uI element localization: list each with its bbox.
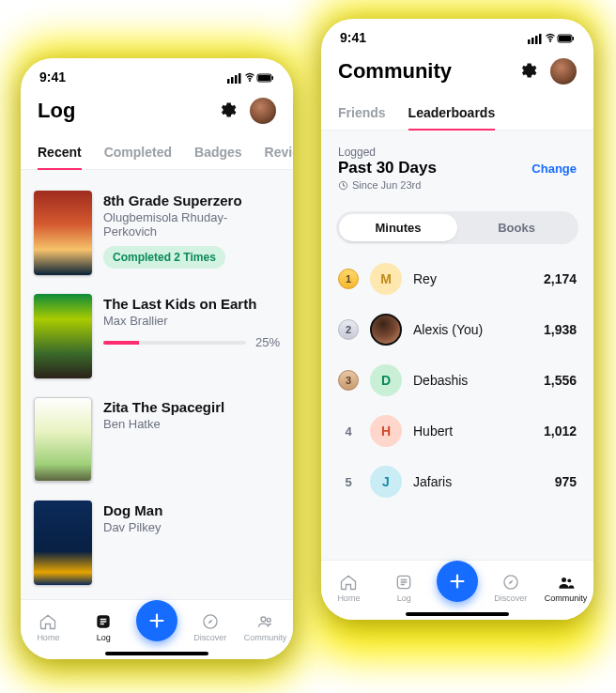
- leaderboard-section[interactable]: Logged Past 30 Days Change Since Jun 23r…: [321, 131, 593, 586]
- home-indicator: [406, 612, 509, 616]
- status-time: 9:41: [340, 30, 366, 45]
- book-cover: [34, 294, 92, 378]
- clock-icon: [338, 180, 348, 191]
- user-name: Alexis (You): [413, 322, 532, 337]
- log-icon: [394, 573, 413, 592]
- user-avatar: [370, 314, 402, 346]
- tab-recent[interactable]: Recent: [26, 137, 93, 169]
- nav-community[interactable]: Community: [243, 612, 288, 642]
- leaderboard-row[interactable]: 4 H Hubert 1,012: [334, 406, 580, 456]
- user-avatar: M: [370, 263, 402, 295]
- period-title: Past 30 Days: [338, 159, 437, 177]
- since-label: Since Jun 23rd: [352, 179, 421, 191]
- tab-friends[interactable]: Friends: [327, 98, 397, 130]
- user-name: Jafaris: [413, 474, 544, 489]
- segment-control: Minutes Books: [336, 211, 578, 244]
- nav-log[interactable]: Log: [81, 612, 126, 642]
- plus-icon: [146, 610, 167, 631]
- rank-badge: 2: [338, 319, 359, 340]
- minutes-value: 1,938: [544, 322, 577, 337]
- svg-rect-2: [235, 75, 238, 84]
- tab-completed[interactable]: Completed: [93, 137, 183, 169]
- book-cover: [34, 397, 92, 482]
- add-button[interactable]: [437, 561, 478, 602]
- settings-button[interactable]: [516, 59, 539, 85]
- leaderboard-row[interactable]: 5 J Jafaris 975: [334, 456, 580, 507]
- book-cover: [34, 500, 92, 585]
- svg-rect-15: [539, 34, 542, 44]
- logged-label: Logged: [338, 146, 577, 159]
- svg-point-10: [261, 617, 266, 622]
- add-button[interactable]: [136, 600, 177, 641]
- minutes-value: 2,174: [544, 271, 577, 286]
- leaderboard-row[interactable]: 1 M Rey 2,174: [334, 254, 580, 304]
- nav-community[interactable]: Community: [544, 573, 589, 603]
- profile-avatar[interactable]: [250, 98, 276, 124]
- bottom-nav: Home Log Discover Community: [321, 560, 593, 620]
- home-icon: [339, 573, 358, 592]
- profile-avatar[interactable]: [550, 58, 577, 85]
- log-list[interactable]: 8th Grade Superzero Olugbemisola Rhuday-…: [21, 170, 293, 625]
- people-icon: [557, 573, 576, 592]
- nav-discover[interactable]: Discover: [488, 573, 533, 603]
- list-item[interactable]: Zita The Spacegirl Ben Hatke: [34, 388, 280, 491]
- leaderboard-row[interactable]: 2 Alexis (You) 1,938: [334, 304, 580, 355]
- nav-log[interactable]: Log: [381, 573, 426, 603]
- book-title: 8th Grade Superzero: [103, 192, 280, 208]
- user-avatar: J: [370, 466, 402, 498]
- gear-icon: [218, 100, 237, 119]
- page-title: Log: [38, 99, 75, 123]
- svg-rect-13: [531, 38, 534, 44]
- home-indicator: [105, 652, 208, 655]
- nav-home[interactable]: Home: [25, 612, 70, 642]
- svg-point-11: [267, 618, 270, 622]
- svg-point-16: [549, 40, 551, 42]
- user-avatar: D: [370, 364, 402, 396]
- segment-minutes[interactable]: Minutes: [339, 214, 457, 241]
- list-item[interactable]: Dog Man Dav Pilkey: [34, 491, 280, 594]
- minutes-value: 1,012: [544, 424, 577, 439]
- user-avatar: H: [370, 415, 402, 447]
- bottom-nav: Home Log Discover Community: [21, 599, 293, 659]
- settings-button[interactable]: [216, 99, 239, 124]
- change-period-button[interactable]: Change: [531, 162, 577, 176]
- minutes-value: 1,556: [544, 373, 577, 388]
- status-bar: 9:41: [21, 58, 293, 88]
- list-item[interactable]: The Last Kids on Earth Max Brallier 25%: [34, 285, 280, 388]
- svg-rect-18: [559, 36, 571, 41]
- phone-log: 9:41 Log Recent Completed: [21, 58, 293, 659]
- tab-badges[interactable]: Badges: [183, 137, 254, 169]
- user-name: Rey: [413, 271, 532, 286]
- book-title: Dog Man: [103, 502, 280, 518]
- status-bar: 9:41: [321, 19, 593, 49]
- minutes-value: 975: [555, 474, 577, 489]
- book-title: The Last Kids on Earth: [103, 296, 280, 312]
- svg-point-24: [567, 578, 571, 582]
- svg-rect-6: [258, 75, 270, 81]
- compass-icon: [501, 573, 520, 592]
- rank-number: 5: [338, 475, 359, 489]
- svg-rect-3: [239, 73, 241, 84]
- segment-books[interactable]: Books: [457, 214, 576, 241]
- book-title: Zita The Spacegirl: [103, 399, 280, 415]
- book-author: Dav Pilkey: [103, 520, 280, 534]
- svg-point-23: [562, 578, 566, 582]
- svg-rect-1: [231, 77, 234, 84]
- community-tabs: Friends Leaderboards: [321, 92, 593, 131]
- leaderboard-row[interactable]: 3 D Debashis 1,556: [334, 355, 580, 406]
- nav-home[interactable]: Home: [326, 573, 371, 603]
- nav-discover[interactable]: Discover: [188, 612, 233, 642]
- progress-percent: 25%: [255, 335, 280, 349]
- svg-point-4: [249, 80, 251, 82]
- list-item[interactable]: 8th Grade Superzero Olugbemisola Rhuday-…: [34, 181, 280, 285]
- book-author: Olugbemisola Rhuday-Perkovich: [103, 210, 280, 239]
- status-indicators: [227, 69, 274, 85]
- completed-badge: Completed 2 Times: [103, 246, 225, 269]
- svg-rect-19: [573, 37, 575, 40]
- user-name: Hubert: [413, 424, 532, 439]
- log-icon: [94, 612, 113, 631]
- tab-leaderboards[interactable]: Leaderboards: [397, 98, 507, 130]
- tab-reviews[interactable]: Reviews: [254, 137, 293, 169]
- book-cover: [34, 191, 92, 275]
- plus-icon: [447, 571, 468, 592]
